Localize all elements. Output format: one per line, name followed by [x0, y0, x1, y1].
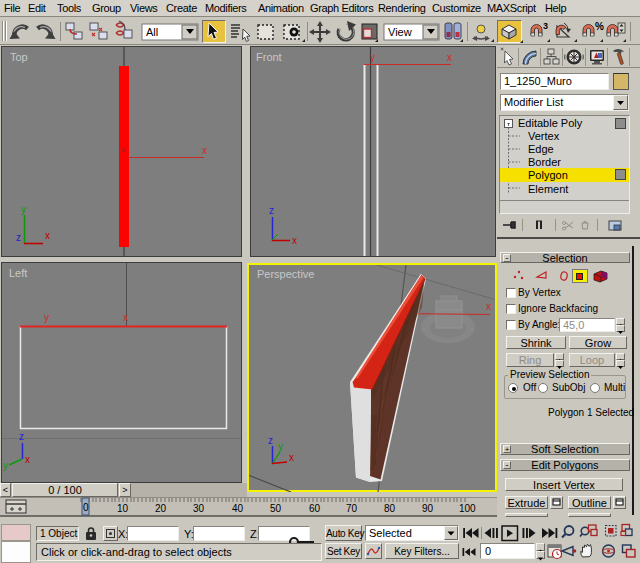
svg-text:z: z — [269, 205, 274, 216]
svg-text:z: z — [16, 232, 21, 243]
svg-text:60: 60 — [309, 503, 321, 514]
svg-text:y: y — [370, 52, 375, 63]
svg-text:z: z — [19, 431, 24, 442]
svg-text:View: View — [388, 26, 412, 38]
svg-text:x: x — [45, 230, 50, 241]
svg-text:80: 80 — [384, 503, 396, 514]
svg-text:x: x — [289, 452, 294, 463]
svg-text:30: 30 — [193, 503, 205, 514]
svg-text:z: z — [268, 435, 273, 446]
svg-text:x: x — [292, 235, 297, 246]
svg-text:50: 50 — [270, 503, 282, 514]
svg-text:100: 100 — [459, 503, 476, 514]
svg-text:y: y — [21, 204, 26, 215]
svg-text:20: 20 — [155, 503, 167, 514]
svg-text:x: x — [447, 52, 452, 63]
svg-text:%: % — [595, 21, 604, 32]
svg-text:y: y — [3, 460, 8, 471]
svg-text:10: 10 — [117, 503, 129, 514]
svg-text:y: y — [44, 312, 49, 323]
svg-text:70: 70 — [346, 503, 358, 514]
svg-text:All: All — [146, 26, 158, 38]
svg-text:40: 40 — [232, 503, 244, 514]
svg-text:90: 90 — [422, 503, 434, 514]
svg-text:x: x — [25, 454, 30, 465]
svg-text:z: z — [121, 145, 125, 154]
svg-text:x: x — [486, 301, 491, 312]
svg-text:y: y — [278, 441, 283, 452]
svg-text:x: x — [123, 312, 128, 323]
svg-text:0: 0 — [83, 502, 89, 513]
svg-text:3: 3 — [543, 21, 548, 31]
svg-text:x: x — [202, 145, 207, 156]
